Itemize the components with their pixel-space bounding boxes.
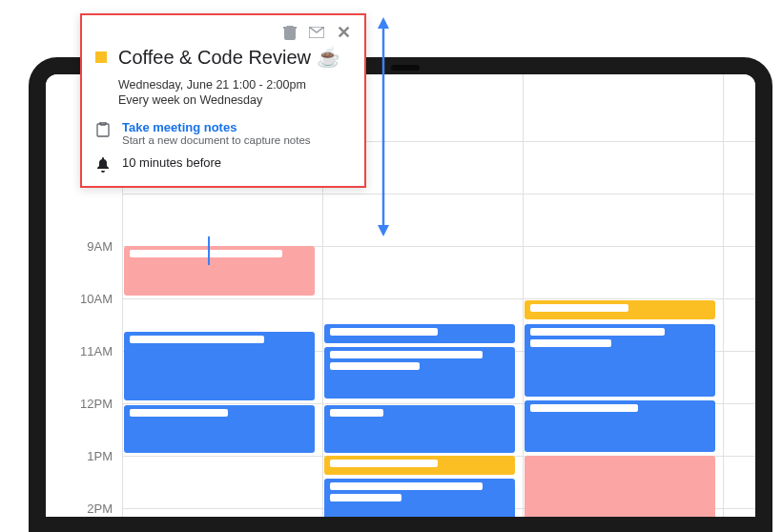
popup-connector (208, 236, 210, 265)
tablet-camera (391, 65, 420, 71)
svg-marker-1 (378, 17, 389, 29)
time-label: 11AM (80, 344, 113, 358)
calendar-event[interactable] (124, 246, 315, 296)
notes-row[interactable]: Take meeting notes Start a new document … (95, 120, 351, 146)
event-detail-popup: ✕ Coffee & Code Review ☕ Wednesday, June… (80, 13, 366, 188)
time-label: 1PM (87, 449, 113, 463)
event-recurrence: Every week on Wednesday (118, 93, 351, 107)
popup-action-bar: ✕ (95, 25, 351, 40)
svg-rect-3 (97, 124, 109, 136)
svg-marker-2 (378, 225, 389, 236)
event-datetime: Wednesday, June 21 1:00 - 2:00pm (118, 78, 351, 92)
calendar-event[interactable] (525, 324, 715, 397)
time-label: 12PM (80, 397, 113, 411)
calendar-event[interactable] (324, 479, 515, 530)
reminder-row: 10 minutes before (95, 155, 351, 173)
calendar-event[interactable] (525, 400, 715, 452)
time-label: 10AM (80, 292, 113, 306)
calendar-event[interactable] (324, 405, 515, 453)
calendar-event[interactable] (525, 456, 715, 532)
resize-indicator-arrow (374, 17, 393, 236)
event-color-chip (95, 51, 107, 63)
popup-title-row: Coffee & Code Review ☕ (95, 46, 351, 69)
calendar-event[interactable] (324, 324, 515, 343)
time-label: 9AM (84, 240, 113, 253)
clipboard-icon (95, 122, 111, 137)
calendar-event[interactable] (324, 347, 515, 399)
email-icon[interactable] (309, 25, 324, 40)
calendar-event[interactable] (324, 456, 515, 475)
event-title: Coffee & Code Review ☕ (118, 46, 340, 69)
reminder-text: 10 minutes before (122, 155, 221, 170)
calendar-event[interactable] (124, 332, 315, 400)
close-icon[interactable]: ✕ (336, 25, 351, 40)
delete-icon[interactable] (282, 25, 298, 40)
calendar-event[interactable] (525, 300, 715, 319)
take-notes-link[interactable]: Take meeting notes (122, 120, 311, 134)
time-label: 2PM (87, 501, 113, 516)
calendar-event[interactable] (124, 405, 315, 453)
take-notes-sub: Start a new document to capture notes (122, 134, 311, 146)
bell-icon (95, 157, 111, 173)
